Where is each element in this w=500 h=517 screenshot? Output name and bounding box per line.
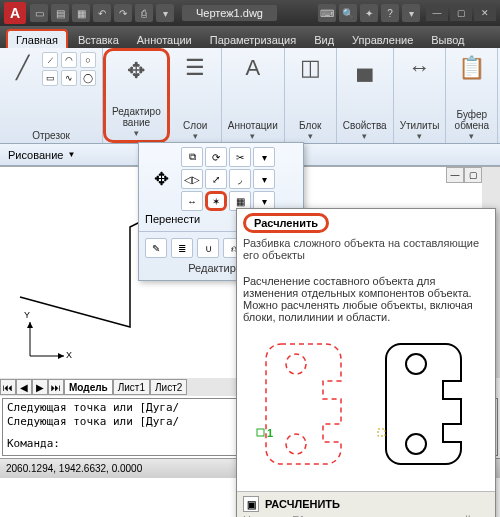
panel-edit[interactable]: ✥ Редактиро вание ▾ (103, 48, 170, 143)
window-titlebar: A ▭ ▤ ▦ ↶ ↷ ⎙ ▾ Чертеж1.dwg ⌨ 🔍 ✦ ? ▾ — … (0, 0, 500, 26)
sheet-tab-1[interactable]: Лист1 (113, 379, 150, 395)
redo-icon[interactable]: ↷ (114, 4, 132, 22)
svg-rect-9 (378, 429, 385, 436)
block-icon[interactable]: ◫ (294, 52, 326, 84)
arc-icon[interactable]: ◠ (61, 52, 77, 68)
stretch-icon[interactable]: ↔ (181, 191, 203, 211)
tooltip-command-name: РАСЧЛЕНИТЬ (265, 498, 340, 510)
ribbon: ╱ ⟋ ◠ ○ ▭ ∿ ◯ Отрезок ✥ (0, 48, 500, 144)
tab-annotate[interactable]: Аннотации (129, 31, 200, 48)
tab-manage[interactable]: Управление (344, 31, 421, 48)
panel-label-edit: Редактиро вание (112, 106, 161, 128)
maximize-button[interactable]: ▢ (450, 5, 472, 21)
utilities-dropdown[interactable]: ▾ (417, 131, 422, 141)
tab-view[interactable]: Вид (306, 31, 342, 48)
panel-block[interactable]: ◫ Блок ▾ (285, 48, 337, 143)
close-button[interactable]: ✕ (474, 5, 496, 21)
doc-minimize-button[interactable]: — (446, 167, 464, 183)
tab-output[interactable]: Вывод (423, 31, 472, 48)
panel-edit-dropdown[interactable]: ▾ (134, 128, 139, 138)
tab-home[interactable]: Главная (6, 29, 68, 48)
panel-properties[interactable]: ▄ Свойства ▾ (337, 48, 394, 143)
offset-icon[interactable]: ≣ (171, 238, 193, 258)
panel-label-properties: Свойства (343, 120, 387, 131)
svg-point-4 (286, 354, 306, 374)
help-icon[interactable]: ? (381, 4, 399, 22)
trim-icon[interactable]: ✂ (229, 147, 251, 167)
cursor-coordinates: 2060.1294, 1942.6632, 0.0000 (6, 463, 142, 474)
ellipse-icon[interactable]: ◯ (80, 70, 96, 86)
panel-utilities[interactable]: ↔ Утилиты ▾ (394, 48, 447, 143)
tab-insert[interactable]: Вставка (70, 31, 127, 48)
panel-clipboard[interactable]: 📋 Буфер обмена ▾ (446, 48, 498, 143)
sheet-prev-icon[interactable]: ◀ (16, 379, 32, 395)
block-dropdown[interactable]: ▾ (308, 131, 313, 141)
undo-icon[interactable]: ↶ (93, 4, 111, 22)
quick-access-toolbar: ▭ ▤ ▦ ↶ ↷ ⎙ ▾ (30, 4, 174, 22)
print-icon[interactable]: ⎙ (135, 4, 153, 22)
scale-icon[interactable]: ⤢ (205, 169, 227, 189)
edit-tool-grid: ⧉ ⟳ ✂ ▾ ◁▷ ⤢ ◞ ▾ ↔ ✶ ▦ ▾ (181, 147, 275, 211)
measure-icon[interactable]: ↔ (404, 52, 436, 84)
svg-point-7 (406, 354, 426, 374)
panel-label-line: Отрезок (32, 130, 70, 141)
panel-layers[interactable]: ☰ Слои ▾ (170, 48, 222, 143)
open-icon[interactable]: ▤ (51, 4, 69, 22)
new-icon[interactable]: ▭ (30, 4, 48, 22)
document-title: Чертеж1.dwg (182, 5, 277, 21)
clipboard-dropdown[interactable]: ▾ (469, 131, 474, 141)
line-icon[interactable]: ╱ (6, 52, 38, 84)
move-icon[interactable]: ✥ (120, 55, 152, 87)
properties-dropdown[interactable]: ▾ (362, 131, 367, 141)
fillet-icon[interactable]: ◞ (229, 169, 251, 189)
properties-icon[interactable]: ▄ (349, 52, 381, 84)
extend-dropdown-icon[interactable]: ▾ (253, 147, 275, 167)
text-icon[interactable]: A (237, 52, 269, 84)
qat-dropdown-icon[interactable]: ▾ (156, 4, 174, 22)
join-icon[interactable]: ∪ (197, 238, 219, 258)
paste-icon[interactable]: 📋 (456, 52, 488, 84)
layers-icon[interactable]: ☰ (179, 52, 211, 84)
annotations-dropdown[interactable]: ▾ (250, 131, 255, 141)
panel-label-clipboard: Буфер обмена (455, 109, 490, 131)
panel-annotations[interactable]: A Аннотации ▾ (222, 48, 285, 143)
sheet-tab-2[interactable]: Лист2 (150, 379, 187, 395)
panel-label-block: Блок (299, 120, 321, 131)
search-glyph-icon[interactable]: ⌨ (318, 4, 336, 22)
copy-icon[interactable]: ⧉ (181, 147, 203, 167)
tab-parametric[interactable]: Параметризация (202, 31, 304, 48)
svg-rect-6 (257, 429, 264, 436)
rotate-icon[interactable]: ⟳ (205, 147, 227, 167)
sheet-next-icon[interactable]: ▶ (32, 379, 48, 395)
svg-point-8 (406, 434, 426, 454)
polyline-icon[interactable]: ⟋ (42, 52, 58, 68)
move-large-icon[interactable]: ✥ (145, 163, 177, 195)
sheet-last-icon[interactable]: ⏭ (48, 379, 64, 395)
panel-label-annotations: Аннотации (228, 120, 278, 131)
explode-icon[interactable]: ✶ (205, 191, 227, 211)
fillet-dropdown-icon[interactable]: ▾ (253, 169, 275, 189)
help-dropdown-icon[interactable]: ▾ (402, 4, 420, 22)
minimize-button[interactable]: — (426, 5, 448, 21)
spline-icon[interactable]: ∿ (61, 70, 77, 86)
app-menu-icon[interactable]: A (4, 2, 26, 24)
panel-label-utilities: Утилиты (400, 120, 440, 131)
draw-panel-expand-icon[interactable]: ▼ (67, 150, 75, 159)
sheet-first-icon[interactable]: ⏮ (0, 379, 16, 395)
doc-maximize-button[interactable]: ▢ (464, 167, 482, 183)
sheet-tab-model[interactable]: Модель (64, 379, 113, 395)
save-icon[interactable]: ▦ (72, 4, 90, 22)
pick-label: 1 (267, 427, 273, 439)
rect-icon[interactable]: ▭ (42, 70, 58, 86)
tooltip-short-description: Разбивка сложного объекта на составляющи… (243, 237, 489, 261)
draw-panel-label: Рисование (8, 149, 63, 161)
svg-marker-1 (58, 353, 64, 359)
mirror-icon[interactable]: ◁▷ (181, 169, 203, 189)
window-buttons: — ▢ ✕ (426, 5, 496, 21)
tooltip-title: Расчленить (243, 213, 329, 233)
infocenter-icon[interactable]: ✦ (360, 4, 378, 22)
search-icon[interactable]: 🔍 (339, 4, 357, 22)
erase-icon[interactable]: ✎ (145, 238, 167, 258)
circle-icon[interactable]: ○ (80, 52, 96, 68)
layers-dropdown[interactable]: ▾ (193, 131, 198, 141)
